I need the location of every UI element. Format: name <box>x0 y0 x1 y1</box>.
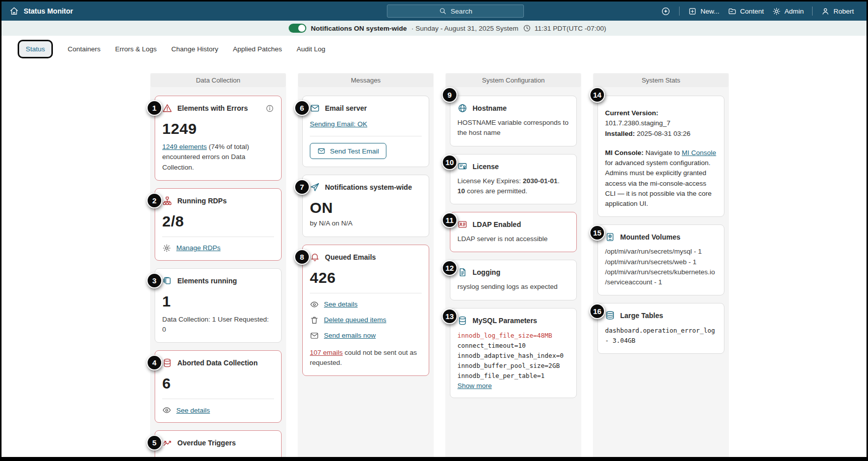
card-title: Mounted Volumes <box>620 233 681 241</box>
tab-change-history[interactable]: Change History <box>171 45 218 53</box>
card-description: by N/A on N/A <box>310 218 422 228</box>
metric-value: 426 <box>310 269 422 286</box>
sending-email-status-link[interactable]: Sending Email: OK <box>310 120 367 128</box>
see-details-link[interactable]: See details <box>324 300 358 308</box>
notification-time-group: 11:31 PDT(UTC -07:00) <box>523 24 606 32</box>
card-overdue-triggers: 5 Overdue Triggers 1 See details <box>155 430 282 461</box>
eye-icon <box>162 406 171 415</box>
trash-icon <box>310 316 319 325</box>
mounted-volumes-list: /opt/mi/var/run/secrets/mysql - 1 /opt/m… <box>605 247 717 287</box>
manage-rdps-link[interactable]: Manage RDPs <box>176 244 221 252</box>
content-button-label: Content <box>740 8 764 15</box>
column-header: System Stats <box>593 73 728 87</box>
header-divider <box>812 7 813 16</box>
failed-emails-link[interactable]: 107 emails <box>310 349 343 356</box>
column-system-configuration: System Configuration 9 Hostname HOSTNAME… <box>445 73 581 461</box>
annotation-badge: 16 <box>589 303 605 319</box>
large-tables-list: dashboard.operation_error_log - 3.04GB <box>605 326 717 346</box>
tab-containers[interactable]: Containers <box>68 45 100 53</box>
annotation-badge: 12 <box>442 260 457 276</box>
card-mounted-volumes: 15 Mounted Volumes /opt/mi/var/run/secre… <box>597 224 724 295</box>
version-block: Current Version: 101.7.2380.staging_7 In… <box>605 108 717 139</box>
mysql-parameters-list: innodb_log_file_size=48MB connect_timeou… <box>457 331 569 381</box>
see-details-link[interactable]: See details <box>176 407 210 414</box>
card-large-tables: 16 Large Tables dashboard.operation_erro… <box>597 303 724 354</box>
app-title: Status Monitor <box>24 7 73 15</box>
mysql-param: connect_timeout=10 <box>457 341 569 351</box>
delete-queued-items-link[interactable]: Delete queued items <box>324 316 386 324</box>
show-more-link[interactable]: Show more <box>457 382 492 390</box>
notifications-toggle[interactable] <box>289 24 306 33</box>
annotation-badge: 5 <box>147 435 162 450</box>
send-test-email-button[interactable]: Send Test Email <box>310 143 386 159</box>
annotation-badge: 1 <box>147 100 162 116</box>
card-version-info: 14 Current Version: 101.7.2380.staging_7… <box>597 96 724 217</box>
annotation-badge: 13 <box>442 309 457 324</box>
log-document-icon <box>457 267 468 277</box>
user-menu[interactable]: Robert <box>821 7 854 16</box>
card-title: Overdue Triggers <box>177 439 236 447</box>
sparkle-icon[interactable] <box>661 7 671 16</box>
card-title: Elements with Errors <box>177 104 248 112</box>
column-system-stats: System Stats 14 Current Version: 101.7.2… <box>593 73 729 461</box>
annotation-badge: 7 <box>294 179 310 195</box>
header-divider <box>679 7 680 16</box>
hard-drive-icon <box>605 232 615 242</box>
content-button[interactable]: Content <box>728 7 764 16</box>
notification-bar: Notifications ON system-wide · Sunday - … <box>2 21 866 36</box>
envelope-icon <box>310 331 319 340</box>
elements-errors-link[interactable]: 1249 elements <box>162 143 207 150</box>
annotation-badge: 9 <box>442 87 457 103</box>
app-brand: Status Monitor <box>10 7 73 16</box>
card-title: Large Tables <box>620 312 663 320</box>
status-board: Data Collection 1 Elements with Errors 1… <box>150 73 866 461</box>
notification-time: 11:31 PDT(UTC -07:00) <box>535 25 606 32</box>
send-emails-now-link[interactable]: Send emails now <box>324 332 376 339</box>
tab-audit-log[interactable]: Audit Log <box>297 45 325 53</box>
info-icon[interactable] <box>265 104 274 113</box>
metric-value: 6 <box>162 375 274 392</box>
volume-path: /opt/mi/var/run/secrets/kubernetes.io/se… <box>605 267 717 288</box>
search-icon <box>439 7 447 15</box>
card-elements-running: 3 Elements running 1 Data Collection: 1 … <box>155 268 282 343</box>
database-icon <box>457 316 468 326</box>
card-title: Aborted Data Collection <box>177 359 257 367</box>
envelope-icon <box>317 147 325 155</box>
annotation-badge: 4 <box>147 355 162 370</box>
id-card-icon <box>457 219 468 229</box>
metric-value: 2/8 <box>162 213 274 230</box>
card-hostname: 9 Hostname HOSTNAME variable corresponds… <box>450 96 577 146</box>
card-description: LDAP server is not accessible <box>457 234 569 244</box>
mysql-param: innodb_adaptive_hash_index=0 <box>457 351 569 361</box>
header-actions: New... Content Admin Robert <box>661 7 854 16</box>
license-description: License Key Expires: 2030-01-01. 10 core… <box>457 176 569 197</box>
card-title: Hostname <box>473 104 507 112</box>
tab-applied-patches[interactable]: Applied Patches <box>233 45 282 53</box>
annotation-badge: 3 <box>147 273 162 288</box>
home-icon[interactable] <box>10 7 19 16</box>
paper-plane-icon <box>310 182 320 192</box>
search-input[interactable]: Search <box>387 5 524 18</box>
annotation-badge: 8 <box>294 249 310 265</box>
metric-value: ON <box>310 199 422 216</box>
tab-status[interactable]: Status <box>18 40 53 58</box>
content-folder-icon <box>728 7 737 16</box>
volume-path: /opt/mi/var/run/secrets/web - 1 <box>605 257 717 267</box>
card-license: 10 License License Key Expires: 2030-01-… <box>450 154 577 205</box>
large-table-entry: dashboard.operation_error_log - 3.04GB <box>605 326 717 346</box>
gear-icon <box>772 7 781 16</box>
mi-console-link[interactable]: MI Console <box>682 149 716 157</box>
envelope-icon <box>310 103 320 113</box>
card-logging: 12 Logging rsyslog sending logs as expec… <box>450 260 577 300</box>
column-header: Messages <box>298 73 433 87</box>
column-header: Data Collection <box>151 73 286 87</box>
stacked-database-icon <box>605 311 615 321</box>
card-title: Email server <box>325 104 367 112</box>
column-header: System Configuration <box>446 73 581 87</box>
tab-errors-logs[interactable]: Errors & Logs <box>115 45 157 53</box>
annotation-badge: 14 <box>589 87 605 103</box>
new-button[interactable]: New... <box>688 7 719 16</box>
card-running-rdps: 2 Running RDPs 2/8 Manage RDPs <box>155 188 282 261</box>
card-mysql-parameters: 13 MySQL Parameters innodb_log_file_size… <box>450 308 577 398</box>
admin-button[interactable]: Admin <box>772 7 804 16</box>
